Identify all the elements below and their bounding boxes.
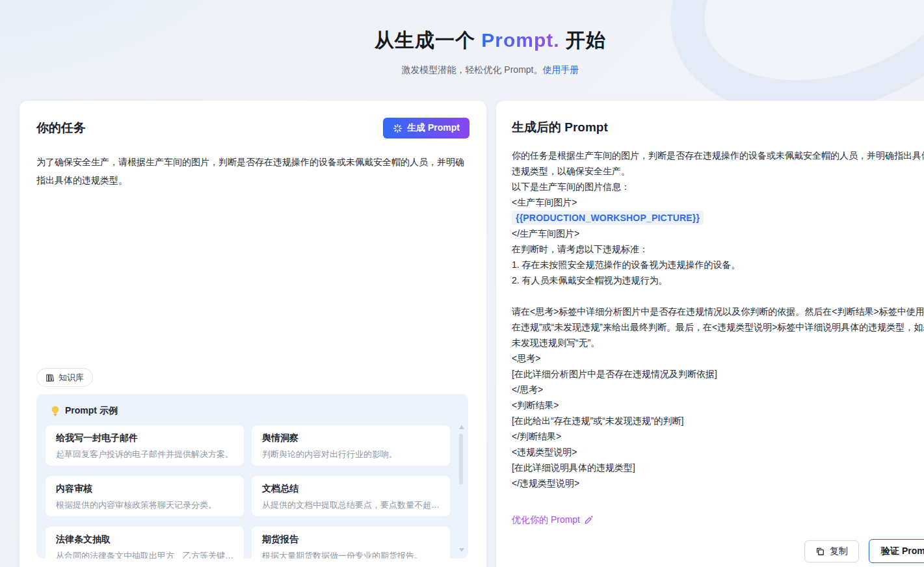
example-title: 内容审核 — [56, 483, 233, 495]
verify-prompt-button[interactable]: 验证 Prompt — [869, 539, 924, 563]
prompt-line: [在此详细分析图片中是否存在违规情况及判断依据] — [512, 366, 924, 382]
example-card[interactable]: 文档总结 从提供的文档中提取总结要点，要点数量不超过10个。 — [252, 476, 450, 516]
manual-link[interactable]: 使用手册 — [543, 64, 579, 75]
verify-prompt-label: 验证 Prompt — [881, 546, 924, 557]
example-desc: 判断舆论的内容对出行行业的影响。 — [262, 449, 440, 460]
result-panel: 生成后的 Prompt 你的任务是根据生产车间的图片，判断是否存在违规操作的设备… — [496, 101, 924, 567]
example-desc: 从合同的法律条文中抽取出甲方、乙方等关键信息。 — [56, 550, 233, 559]
page-title-prefix: 从生成一个 — [375, 29, 481, 51]
page-subtitle-text: 激发模型潜能，轻松优化 Prompt。 — [401, 64, 542, 75]
prompt-line: 在违规”或“未发现违规”来给出最终判断。最后，在<违规类型说明>标签中详细说明具… — [512, 319, 924, 335]
scroll-up-icon[interactable] — [459, 425, 464, 429]
prompt-line: 2. 有人员未佩戴安全帽视为违规行为。 — [512, 272, 924, 288]
example-desc: 根据提供的内容审核政策将聊天记录分类。 — [56, 499, 233, 511]
page-header: 从生成一个 Prompt. 开始 激发模型潜能，轻松优化 Prompt。使用手册 — [20, 27, 924, 76]
task-panel: 你的任务 生成 Prompt 为了确保安全生产，请根据生产车间的图片，判断是否存… — [20, 101, 486, 567]
prompt-line: </判断结果> — [512, 429, 924, 444]
copy-label: 复制 — [830, 546, 848, 557]
examples-title: Prompt 示例 — [65, 405, 118, 417]
example-card[interactable]: 舆情洞察 判断舆论的内容对出行行业的影响。 — [252, 425, 450, 466]
example-card[interactable]: 给我写一封电子邮件 起草回复客户投诉的电子邮件并提供解决方案。 — [46, 425, 244, 466]
prompt-line: 你的任务是根据生产车间的图片，判断是否存在违规操作的设备或未佩戴安全帽的人员，并… — [512, 148, 924, 163]
page-title: 从生成一个 Prompt. 开始 — [20, 27, 924, 54]
prompt-line: [在此给出“存在违规”或“未发现违规”的判断] — [512, 413, 924, 429]
copy-button[interactable]: 复制 — [804, 540, 859, 562]
books-icon — [46, 373, 55, 382]
example-title: 文档总结 — [262, 483, 440, 495]
prompt-line: <生产车间图片> — [512, 194, 924, 210]
page-subtitle: 激发模型潜能，轻松优化 Prompt。使用手册 — [20, 64, 924, 76]
example-card[interactable]: 内容审核 根据提供的内容审核政策将聊天记录分类。 — [46, 476, 244, 516]
prompt-line: 请在<思考>标签中详细分析图片中是否存在违规情况以及你判断的依据。然后在<判断结… — [512, 304, 924, 319]
prompt-line: 违规类型，以确保安全生产。 — [512, 163, 924, 179]
prompt-line — [512, 288, 924, 304]
prompt-line: 在判断时，请考虑以下违规标准： — [512, 241, 924, 257]
edit-icon — [584, 516, 593, 525]
scroll-down-icon[interactable] — [459, 548, 464, 552]
optimize-prompt-label: 优化你的 Prompt — [512, 514, 580, 526]
result-panel-title: 生成后的 Prompt — [512, 119, 924, 136]
example-title: 舆情洞察 — [262, 432, 440, 444]
prompt-line: {{PRODUCTION_WORKSHOP_PICTURE}} — [512, 210, 924, 226]
example-desc: 从提供的文档中提取总结要点，要点数量不超过10个。 — [262, 499, 440, 511]
page-title-highlight: Prompt. — [481, 29, 559, 51]
example-card[interactable]: 法律条文抽取 从合同的法律条文中抽取出甲方、乙方等关键信息。 — [46, 527, 244, 559]
generate-prompt-button[interactable]: 生成 Prompt — [383, 118, 469, 138]
prompt-line: </思考> — [512, 382, 924, 397]
prompt-line: 以下是生产车间的图片信息： — [512, 179, 924, 194]
prompt-line: 未发现违规则写“无”。 — [512, 335, 924, 350]
examples-grid: 给我写一封电子邮件 起草回复客户投诉的电子邮件并提供解决方案。 舆情洞察 判断舆… — [46, 425, 450, 559]
task-panel-title: 你的任务 — [36, 120, 86, 137]
knowledge-base-label: 知识库 — [59, 372, 84, 384]
optimize-prompt-link[interactable]: 优化你的 Prompt — [512, 514, 593, 526]
prompt-body: 你的任务是根据生产车间的图片，判断是否存在违规操作的设备或未佩戴安全帽的人员，并… — [512, 148, 924, 491]
example-card[interactable]: 期货报告 根据大量期货数据做一份专业的期货报告。 — [252, 527, 450, 559]
copy-icon — [815, 547, 825, 556]
generate-prompt-label: 生成 Prompt — [407, 122, 460, 134]
page-title-suffix: 开始 — [560, 29, 606, 51]
lightbulb-icon — [51, 406, 60, 416]
prompt-line: <违规类型说明> — [512, 444, 924, 460]
prompt-line: <判断结果> — [512, 397, 924, 413]
prompt-examples-panel: Prompt 示例 给我写一封电子邮件 起草回复客户投诉的电子邮件并提供解决方案… — [36, 394, 468, 559]
examples-scrollbar[interactable] — [458, 425, 464, 552]
sparkle-icon — [393, 124, 403, 133]
prompt-line: </违规类型说明> — [512, 475, 924, 491]
prompt-line: </生产车间图片> — [512, 226, 924, 241]
example-title: 期货报告 — [262, 534, 440, 546]
prompt-line: 1. 存在未按照安全规范操作的设备视为违规操作的设备。 — [512, 257, 924, 272]
example-desc: 根据大量期货数据做一份专业的期货报告。 — [262, 550, 440, 559]
task-text-input[interactable]: 为了确保安全生产，请根据生产车间的图片，判断是否存在违规操作的设备或未佩戴安全帽… — [20, 138, 486, 189]
example-desc: 起草回复客户投诉的电子邮件并提供解决方案。 — [56, 449, 233, 460]
knowledge-base-button[interactable]: 知识库 — [36, 368, 93, 387]
example-title: 法律条文抽取 — [56, 534, 233, 546]
scrollbar-thumb[interactable] — [459, 434, 463, 484]
prompt-variable-token: {{PRODUCTION_WORKSHOP_PICTURE}} — [512, 211, 704, 225]
example-title: 给我写一封电子邮件 — [56, 432, 233, 444]
prompt-line: <思考> — [512, 350, 924, 366]
prompt-line: [在此详细说明具体的违规类型] — [512, 460, 924, 475]
